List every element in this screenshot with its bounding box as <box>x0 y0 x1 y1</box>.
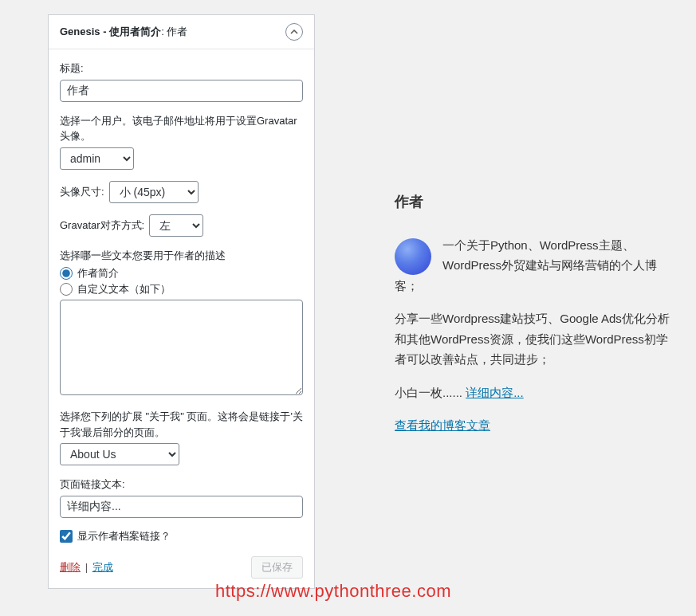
custom-text-textarea[interactable] <box>60 300 303 395</box>
more-link[interactable]: 详细内容... <box>466 386 524 399</box>
link-text-label: 页面链接文本: <box>60 477 303 492</box>
widget-footer: 删除 | 完成 已保存 <box>60 553 303 579</box>
widget-title: Genesis - 使用者简介: 作者 <box>60 25 187 39</box>
preview-paragraph-3: 小白一枚...... 详细内容... <box>395 383 674 403</box>
show-archive-checkbox[interactable] <box>60 530 73 543</box>
preview-area: 作者 一个关于Python、WordPress主题、WordPress外贸建站与… <box>395 190 674 449</box>
chevron-up-icon <box>290 28 298 36</box>
watermark: https://www.pythonthree.com <box>215 581 451 602</box>
collapse-toggle-button[interactable] <box>285 23 303 41</box>
avatar-size-select[interactable]: 小 (45px) <box>109 181 199 203</box>
gravatar-align-select[interactable]: 左 <box>149 214 203 237</box>
link-text-input[interactable] <box>60 496 303 518</box>
saved-button: 已保存 <box>251 556 303 579</box>
radio-custom[interactable] <box>60 283 73 296</box>
radio-bio[interactable] <box>60 267 73 280</box>
show-archive-label: 显示作者档案链接？ <box>77 529 171 543</box>
title-label: 标题: <box>60 61 303 77</box>
avatar-size-label: 头像尺寸: <box>60 184 104 200</box>
widget-body: 标题: 选择一个用户。该电子邮件地址将用于设置Gravatar头像。 admin… <box>49 49 314 588</box>
preview-title: 作者 <box>395 190 674 214</box>
delete-link[interactable]: 删除 <box>60 561 81 573</box>
widget-header[interactable]: Genesis - 使用者简介: 作者 <box>49 15 314 49</box>
title-input[interactable] <box>60 80 303 102</box>
radio-bio-label: 作者简介 <box>77 266 119 281</box>
done-link[interactable]: 完成 <box>92 561 113 573</box>
preview-paragraph-1: 一个关于Python、WordPress主题、WordPress外贸建站与网络营… <box>395 235 674 296</box>
avatar <box>395 238 431 275</box>
separator: | <box>85 561 88 573</box>
widget-panel: Genesis - 使用者简介: 作者 标题: 选择一个用户。该电子邮件地址将用… <box>48 14 315 589</box>
page-label: 选择您下列的扩展 "关于我" 页面。这将会是链接于'关于我'最后部分的页面。 <box>60 409 303 440</box>
gravatar-align-label: Gravatar对齐方式: <box>60 218 144 233</box>
preview-paragraph-2: 分享一些Wordpress建站技巧、Google Ads优化分析和其他WordP… <box>395 308 674 370</box>
user-select[interactable]: admin <box>60 147 134 170</box>
radio-custom-label: 自定义文本（如下） <box>77 282 171 296</box>
page-select[interactable]: About Us <box>60 443 179 465</box>
user-label: 选择一个用户。该电子邮件地址将用于设置Gravatar头像。 <box>60 113 303 144</box>
archive-link[interactable]: 查看我的博客文章 <box>395 418 490 432</box>
desc-label: 选择哪一些文本您要用于作者的描述 <box>60 248 303 264</box>
